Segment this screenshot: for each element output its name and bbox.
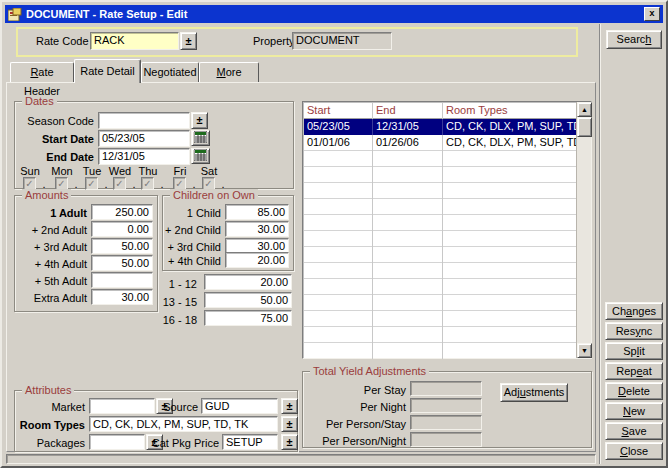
repeat-button[interactable]: Repeat: [605, 362, 663, 380]
age-13-15-field[interactable]: 50.00: [204, 292, 292, 308]
amounts-group-label: Amounts: [22, 189, 71, 201]
adult-3-field[interactable]: 50.00: [91, 238, 153, 254]
adult-4-field[interactable]: 50.00: [91, 255, 153, 271]
grid-cell-end: 01/26/06: [373, 135, 443, 151]
close-window-button[interactable]: Close: [605, 442, 663, 460]
grid-cell-room-types: CD, CK, DLX, PM, SUP, TD, TK: [443, 119, 576, 135]
tab-more[interactable]: More: [199, 62, 259, 83]
delete-button[interactable]: Delete: [605, 382, 663, 400]
end-date-field[interactable]: 12/31/05: [98, 148, 190, 165]
grid-empty-row: [304, 199, 576, 215]
close-icon: x: [649, 9, 654, 19]
close-button[interactable]: x: [644, 7, 660, 21]
resync-button[interactable]: Resync: [605, 322, 663, 340]
source-lov-button[interactable]: ±: [281, 398, 298, 414]
tab-rate-detail[interactable]: Rate Detail: [74, 59, 141, 83]
rate-code-field[interactable]: RACK: [90, 32, 179, 50]
lov-icon: ±: [286, 436, 292, 448]
day-label-mon: Mon: [51, 165, 72, 177]
child-label: + 4th Child: [163, 255, 221, 267]
attributes-group-label: Attributes: [22, 384, 74, 396]
rate-code-lov-button[interactable]: ±: [180, 32, 197, 50]
market-field[interactable]: [89, 398, 155, 414]
adjustments-button[interactable]: Adjustments: [500, 383, 568, 402]
end-date-calendar-button[interactable]: [191, 148, 210, 164]
lov-icon: ±: [185, 35, 191, 47]
per-person-stay-field: [410, 415, 482, 430]
grid-row-selected[interactable]: 05/23/05 12/31/05 CD, CK, DLX, PM, SUP, …: [304, 119, 576, 135]
new-button[interactable]: New: [605, 402, 663, 420]
grid-empty-row: [304, 311, 576, 327]
cat-pkg-price-label: Cat Pkg Price: [149, 437, 219, 449]
tab-rate-header[interactable]: Rate Header: [10, 62, 74, 83]
split-button[interactable]: Split: [605, 342, 663, 360]
yield-group-label: Total Yield Adjustments: [310, 365, 429, 377]
rate-detail-grid: Start End Room Types 05/23/05 12/31/05 C…: [302, 101, 592, 359]
grid-empty-row: [304, 279, 576, 295]
start-date-label: Start Date: [15, 133, 94, 145]
arrow-up-icon: ▲: [581, 106, 588, 113]
per-night-field: [410, 398, 482, 413]
season-code-field[interactable]: [98, 112, 190, 129]
start-date-calendar-button[interactable]: [191, 130, 210, 146]
day-label-tue: Tue: [83, 165, 102, 177]
changes-button[interactable]: Changes: [605, 302, 663, 320]
window-title: DOCUMENT - Rate Setup - Edit: [26, 8, 644, 20]
amount-label: 1 Adult: [15, 207, 87, 219]
amount-label: Extra Adult: [15, 292, 87, 304]
per-person-night-label: Per Person/Night: [303, 435, 406, 447]
calendar-icon: [194, 131, 207, 145]
day-label-thu: Thu: [139, 165, 158, 177]
grid-empty-row: [304, 263, 576, 279]
grid-row[interactable]: 01/01/06 01/26/06 CD, CK, DLX, PM, SUP, …: [304, 135, 576, 151]
market-label: Market: [15, 401, 85, 413]
scroll-down-button[interactable]: ▼: [577, 343, 592, 358]
amount-label: + 5th Adult: [15, 275, 87, 287]
room-types-lov-button[interactable]: ±: [281, 416, 298, 432]
source-field[interactable]: GUD: [201, 398, 278, 414]
per-person-stay-label: Per Person/Stay: [303, 418, 406, 430]
grid-cell-start: 01/01/06: [304, 135, 373, 151]
titlebar: DOCUMENT - Rate Setup - Edit x: [5, 5, 663, 23]
save-button[interactable]: Save: [605, 422, 663, 440]
room-types-label: Room Types: [15, 419, 85, 431]
grid-empty-row: [304, 167, 576, 183]
scroll-up-button[interactable]: ▲: [577, 102, 592, 117]
bottom-strip: [6, 454, 596, 464]
day-label-sat: Sat: [201, 165, 218, 177]
per-night-label: Per Night: [303, 401, 406, 413]
grid-empty-row: [304, 327, 576, 343]
adult-1-field[interactable]: 250.00: [91, 204, 153, 220]
age-16-18-field[interactable]: 75.00: [204, 310, 292, 326]
age-16-18-label: 16 - 18: [122, 314, 197, 326]
rate-code-label: Rate Code: [36, 35, 89, 47]
start-date-field[interactable]: 05/23/05: [98, 130, 190, 147]
child-label: + 3rd Child: [163, 241, 221, 253]
amount-label: + 4th Adult: [15, 258, 87, 270]
scrollbar-thumb[interactable]: [577, 117, 592, 137]
search-button[interactable]: Search: [606, 30, 662, 49]
tab-negotiated[interactable]: Negotiated: [141, 62, 199, 83]
attributes-group: Attributes Market ± Source GUD ± Room Ty…: [14, 390, 298, 452]
cat-pkg-price-lov-button[interactable]: ±: [281, 434, 298, 450]
children-group: Children on Own 1 Child 85.00 + 2nd Chil…: [162, 195, 294, 271]
per-person-night-field: [410, 432, 482, 447]
property-label: Property: [253, 35, 295, 47]
child-1-field[interactable]: 85.00: [225, 204, 289, 220]
dates-group: Dates Season Code ± Start Date 05/23/05 …: [14, 101, 294, 189]
grid-header-end: End: [373, 103, 443, 119]
rate-setup-window: DOCUMENT - Rate Setup - Edit x Rate Code…: [0, 0, 668, 468]
lov-icon: ±: [286, 400, 292, 412]
packages-field[interactable]: [89, 434, 145, 450]
property-field: DOCUMENT: [292, 32, 392, 50]
season-code-lov-button[interactable]: ±: [191, 112, 208, 129]
room-types-field[interactable]: CD, CK, DLX, PM, SUP, TD, TK: [89, 416, 278, 432]
grid-scrollbar[interactable]: ▲ ▼: [576, 102, 591, 358]
child-2-field[interactable]: 30.00: [225, 221, 289, 237]
age-1-12-field[interactable]: 20.00: [204, 274, 292, 290]
grid-cell-end: 12/31/05: [373, 119, 443, 135]
cat-pkg-price-field[interactable]: SETUP: [222, 434, 278, 450]
adult-2-field[interactable]: 0.00: [91, 221, 153, 237]
lov-icon: ±: [196, 114, 202, 126]
child-4-field[interactable]: 20.00: [225, 252, 289, 268]
